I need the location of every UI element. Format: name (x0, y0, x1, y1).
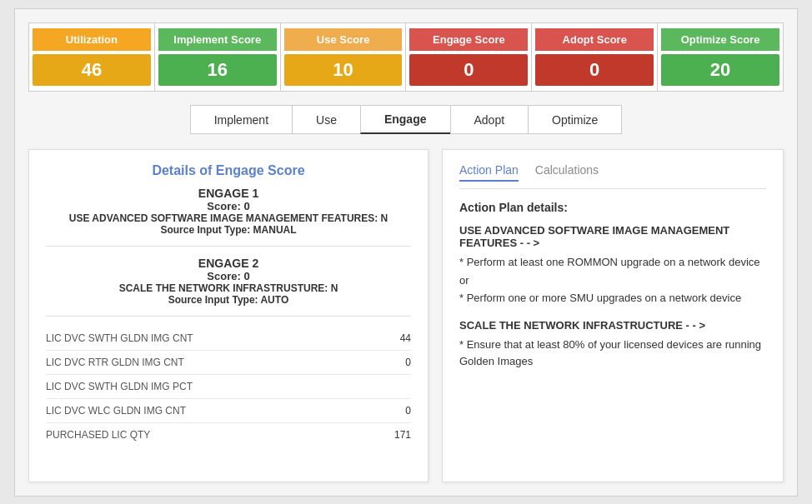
engage2-source: Source Input Type: AUTO (46, 294, 411, 306)
data-row-label-0: LIC DVC SWTH GLDN IMG CNT (46, 332, 193, 344)
engage2-block: ENGAGE 2 Score: 0 SCALE THE NETWORK INFR… (46, 257, 411, 317)
data-row-3: LIC DVC WLC GLDN IMG CNT 0 (46, 399, 411, 423)
engage1-source: Source Input Type: MANUAL (46, 224, 411, 236)
data-row-value-0: 44 (400, 332, 411, 344)
score-label-2: Use Score (284, 28, 403, 51)
data-row-value-1: 0 (405, 357, 411, 368)
score-col-0: Utilization 46 (29, 23, 155, 91)
engage2-score: Score: 0 (46, 270, 411, 282)
score-label-1: Implement Score (158, 28, 277, 51)
score-value-4: 0 (535, 54, 654, 86)
data-row-value-4: 171 (394, 429, 411, 441)
score-value-3: 0 (409, 54, 528, 86)
tab-use[interactable]: Use (292, 105, 360, 134)
tab-implement[interactable]: Implement (190, 105, 292, 134)
action-plan-or-0-1: or (459, 274, 766, 287)
data-row-value-3: 0 (405, 405, 411, 417)
engage1-feature: USE ADVANCED SOFTWARE IMAGE MANAGEMENT F… (46, 212, 411, 224)
data-row-label-2: LIC DVC SWTH GLDN IMG PCT (46, 381, 193, 392)
action-plan-item-0-2: * Perform one or more SMU upgrades on a … (459, 290, 766, 307)
engage2-title: ENGAGE 2 (46, 257, 411, 270)
right-panel: Action PlanCalculations Action Plan deta… (442, 149, 784, 482)
tab-adopt[interactable]: Adopt (450, 105, 529, 134)
tabs-row: ImplementUseEngageAdoptOptimize (28, 105, 784, 134)
data-row-1: LIC DVC RTR GLDN IMG CNT 0 (46, 351, 411, 375)
score-col-4: Adopt Score 0 (532, 23, 658, 91)
right-tab-action-plan[interactable]: Action Plan (459, 163, 519, 182)
score-label-5: Optimize Score (661, 28, 779, 51)
tab-engage[interactable]: Engage (360, 105, 450, 134)
score-value-2: 10 (284, 54, 403, 86)
action-plan-section-1: SCALE THE NETWORK INFRASTRUCTURE - - > *… (459, 319, 766, 369)
engage1-score: Score: 0 (46, 200, 411, 212)
right-tabs: Action PlanCalculations (459, 163, 766, 189)
tab-optimize[interactable]: Optimize (528, 105, 622, 134)
action-plan-item-1-0: * Ensure that at least 80% of your licen… (459, 337, 766, 369)
action-plan-item-0-0: * Perform at least one ROMMON upgrade on… (459, 254, 766, 271)
engage1-title: ENGAGE 1 (46, 187, 411, 200)
engage2-feature: SCALE THE NETWORK INFRASTRUSTURE: N (46, 282, 411, 294)
score-label-0: Utilization (33, 28, 151, 51)
content-row: Details of Engage Score ENGAGE 1 Score: … (28, 149, 784, 482)
action-plan-details-label: Action Plan details: (459, 201, 766, 214)
engage1-block: ENGAGE 1 Score: 0 USE ADVANCED SOFTWARE … (46, 187, 411, 247)
main-container: Utilization 46 Implement Score 16 Use Sc… (14, 8, 798, 497)
details-title: Details of Engage Score (46, 163, 411, 178)
score-label-3: Engage Score (409, 28, 528, 51)
data-row-4: PURCHASED LIC QTY 171 (46, 423, 411, 447)
score-value-1: 16 (158, 54, 277, 86)
action-plan-title-0: USE ADVANCED SOFTWARE IMAGE MANAGEMENT F… (459, 224, 766, 249)
score-col-5: Optimize Score 20 (658, 23, 783, 91)
score-header: Utilization 46 Implement Score 16 Use Sc… (28, 22, 784, 92)
data-row-0: LIC DVC SWTH GLDN IMG CNT 44 (46, 327, 411, 351)
data-rows-container: LIC DVC SWTH GLDN IMG CNT 44 LIC DVC RTR… (46, 327, 411, 447)
action-plan-title-1: SCALE THE NETWORK INFRASTRUCTURE - - > (459, 319, 766, 332)
data-row-2: LIC DVC SWTH GLDN IMG PCT (46, 375, 411, 399)
score-col-3: Engage Score 0 (406, 23, 532, 91)
right-tab-calculations[interactable]: Calculations (535, 163, 599, 182)
action-plan-section-0: USE ADVANCED SOFTWARE IMAGE MANAGEMENT F… (459, 224, 766, 306)
score-label-4: Adopt Score (535, 28, 654, 51)
score-col-2: Use Score 10 (281, 23, 407, 91)
action-plan-sections: USE ADVANCED SOFTWARE IMAGE MANAGEMENT F… (459, 224, 766, 369)
data-row-label-1: LIC DVC RTR GLDN IMG CNT (46, 357, 184, 368)
left-panel: Details of Engage Score ENGAGE 1 Score: … (28, 149, 429, 482)
score-value-0: 46 (33, 54, 151, 86)
score-value-5: 20 (661, 54, 779, 86)
data-row-label-4: PURCHASED LIC QTY (46, 429, 150, 441)
data-row-label-3: LIC DVC WLC GLDN IMG CNT (46, 405, 186, 417)
score-col-1: Implement Score 16 (155, 23, 281, 91)
